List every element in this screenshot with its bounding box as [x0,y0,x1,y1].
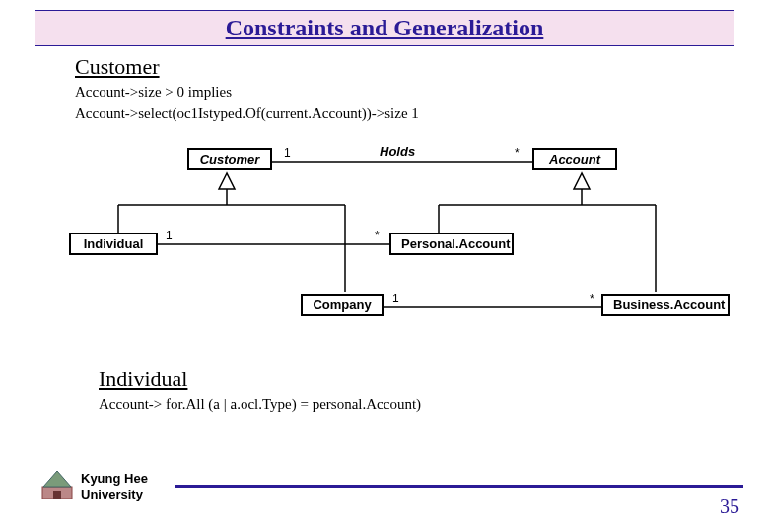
page-number: 35 [720,496,739,518]
university-name: Kyung Hee University [81,471,148,501]
constraint-code-line: Account->size > 0 implies [75,82,694,101]
university-logo-icon [39,469,75,502]
constraint-heading-individual: Individual [99,366,694,392]
multiplicity: * [375,229,380,242]
uml-class-individual: Individual [69,233,158,255]
svg-rect-15 [53,491,61,499]
svg-marker-6 [574,173,590,189]
constraint-heading-customer: Customer [75,54,694,80]
uml-class-account: Account [532,148,617,170]
multiplicity: 1 [166,229,173,242]
uml-class-customer: Customer [187,148,272,170]
multiplicity: * [590,292,594,305]
multiplicity: * [515,146,520,160]
slide-title: Constraints and Generalization [35,15,734,41]
assoc-label-holds: Holds [380,144,415,159]
uml-diagram: Customer Account Individual Personal.Acc… [49,134,730,361]
footer-divider [175,485,743,488]
svg-marker-14 [43,471,71,487]
slide-footer: Kyung Hee University 35 [0,469,769,518]
svg-marker-1 [219,173,235,189]
multiplicity: 1 [392,292,399,305]
constraint-code-line: Account-> for.All (a | a.ocl.Type) = per… [99,394,694,414]
uml-class-company: Company [301,294,384,316]
constraint-block-individual: Individual Account-> for.All (a | a.ocl.… [99,366,694,414]
constraint-block-customer: Customer Account->size > 0 implies Accou… [75,54,694,124]
constraint-code-line: Account->select(oc1Istyped.Of(current.Ac… [75,103,694,123]
multiplicity: 1 [284,146,291,160]
uml-class-personal-account: Personal.Account [389,233,514,255]
uml-class-business-account: Business.Account [601,294,730,316]
slide-title-bar: Constraints and Generalization [35,10,734,46]
